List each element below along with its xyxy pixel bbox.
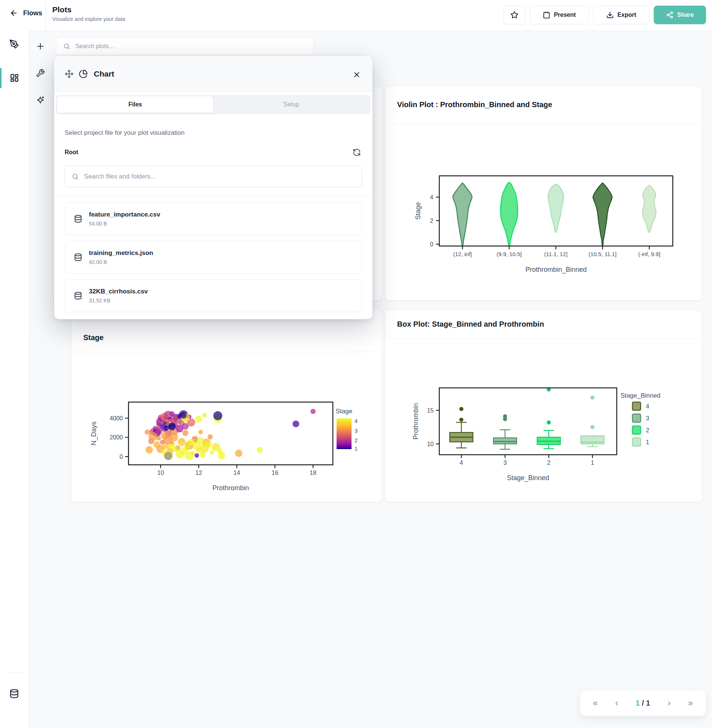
refresh-button[interactable] [352,147,362,158]
svg-text:(11.1, 12]: (11.1, 12] [544,251,567,257]
database-icon [74,291,82,300]
svg-text:14: 14 [233,470,240,476]
tab-files[interactable]: Files [57,96,213,113]
share-button[interactable]: Share [654,6,706,24]
plus-icon [36,41,45,51]
modal-search-bar [65,166,362,187]
page-separator: / [642,699,644,707]
svg-text:12: 12 [195,470,202,476]
sparkles-plus-icon [36,96,45,105]
back-button[interactable]: Flows [10,9,42,17]
svg-text:15: 15 [427,407,434,414]
svg-text:4: 4 [646,403,649,410]
pen-tool-icon [9,39,19,49]
svg-text:Stage: Stage [414,202,422,219]
wrench-icon [36,69,45,78]
svg-text:2: 2 [646,427,649,434]
share-icon [666,11,673,19]
modal-body: Select project file for your plot visual… [54,129,372,312]
root-row: Root [65,147,362,158]
arrow-left-icon [10,9,18,17]
box-plot-card: Box Plot: Stage_Binned and Prothrombin 1… [385,310,702,502]
svg-text:Stage_Binned: Stage_Binned [507,474,549,482]
favorite-button[interactable] [504,6,525,24]
svg-text:18: 18 [310,470,316,476]
download-icon [606,11,614,19]
file-row-training-metrics[interactable]: training_metrics.json 42.00 B [65,241,362,274]
svg-text:1: 1 [646,439,649,445]
first-page-button[interactable]: « [593,698,598,707]
database-icon [74,253,82,261]
svg-text:0: 0 [120,454,123,460]
close-button[interactable] [352,70,362,80]
export-label: Export [617,12,636,18]
svg-text:4: 4 [430,194,433,200]
svg-text:0: 0 [430,241,433,247]
file-row-feature-importance[interactable]: feature_importance.csv 54.00 B [65,202,362,235]
svg-text:1: 1 [591,460,594,466]
svg-text:Prothrombin_Binned: Prothrombin_Binned [525,266,586,274]
page-subtitle: Visualize and explore your data [52,16,125,22]
prev-page-button[interactable]: ‹ [615,698,618,707]
svg-text:(10.5, 11.1]: (10.5, 11.1] [589,251,617,257]
file-size: 54.00 B [89,220,160,226]
file-size: 42.00 B [89,259,153,265]
search-plots-input[interactable] [75,43,307,50]
sidebar-item-pen-tool[interactable] [7,37,22,52]
tab-setup[interactable]: Setup [213,96,369,113]
modal-divider [54,196,372,197]
move-icon[interactable] [65,70,74,78]
root-label: Root [65,149,78,156]
modal-header: Chart [54,56,372,92]
violin-plot-card: Violin Plot : Prothrombin_Binned and Sta… [385,86,702,300]
svg-text:Stage_Binned: Stage_Binned [620,392,660,399]
svg-text:16: 16 [271,470,278,476]
database-icon [9,689,19,698]
svg-text:Prothrombin: Prothrombin [412,403,420,439]
svg-text:Stage: Stage [336,408,352,415]
sidebar-item-dashboard[interactable] [7,70,22,85]
svg-text:(12, inf]: (12, inf] [453,251,472,257]
file-size: 31.52 KB [89,297,148,303]
svg-text:4: 4 [355,418,357,424]
search-plots-bar [56,37,314,55]
modal-search-input[interactable] [83,173,355,181]
current-page: 1 [636,699,640,707]
modal-description: Select project file for your plot visual… [65,129,362,137]
search-icon [63,43,70,50]
svg-text:10: 10 [427,441,434,447]
active-indicator [0,68,1,88]
sidebar-item-data[interactable] [7,686,22,701]
calendar-icon [543,11,550,19]
scatter-chart: 020004000N_Days1012141618ProthrombinStag… [71,310,383,503]
present-button[interactable]: Present [530,6,589,24]
rail-divider [5,672,24,672]
header-divider [46,0,46,31]
svg-text:4000: 4000 [110,415,123,422]
dashboard-grid-icon [9,73,19,83]
svg-text:2000: 2000 [110,434,123,441]
chart-modal: Chart Files Setup Select project file fo… [54,56,372,319]
svg-text:10: 10 [157,470,164,476]
ai-generate-button[interactable] [33,93,48,108]
add-plot-button[interactable] [33,39,48,54]
last-page-button[interactable]: » [688,698,693,707]
next-page-button[interactable]: › [668,698,670,707]
svg-text:3: 3 [504,460,507,466]
file-row-cirrhosis[interactable]: 32KB_cirrhosis.csv 31.52 KB [65,279,362,312]
database-icon [74,215,82,223]
top-bar: Flows Plots Visualize and explore your d… [0,0,712,31]
export-button[interactable]: Export [593,6,649,24]
page-indicator: 1 / 1 [636,699,650,707]
svg-text:4: 4 [460,460,463,466]
svg-text:2: 2 [430,218,433,224]
violin-chart: 024Stage(12, inf](9.9, 10.5](11.1, 12](1… [385,86,703,301]
refresh-icon [353,148,361,157]
svg-text:N_Days: N_Days [90,422,98,445]
page-title: Plots [52,5,125,14]
share-label: Share [677,12,694,18]
svg-text:(9.9, 10.5]: (9.9, 10.5] [497,251,522,257]
scatter-plot-card: Stage 020004000N_Days1012141618Prothromb… [71,310,382,502]
svg-text:2: 2 [547,460,550,466]
tools-button[interactable] [33,66,48,81]
